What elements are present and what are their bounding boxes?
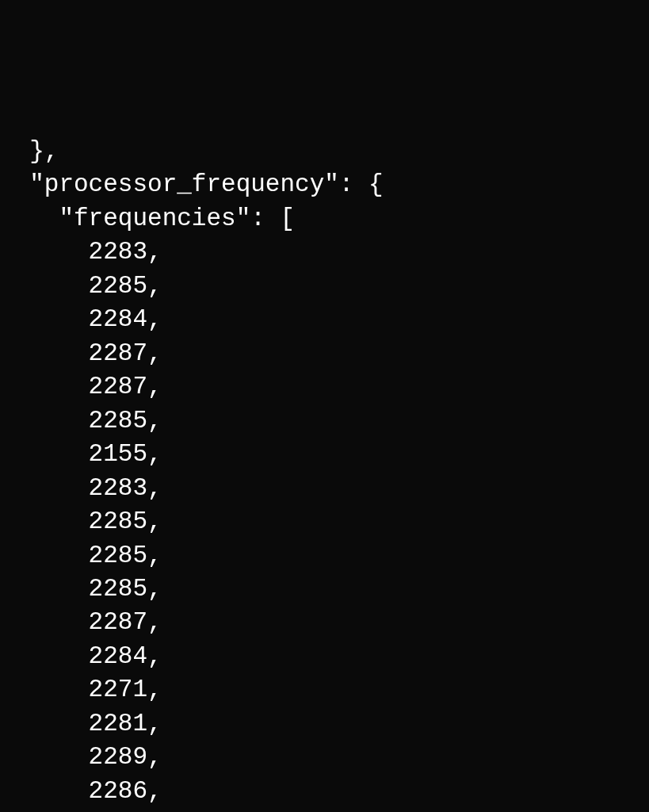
- code-line-key-frequencies: "frequencies": [: [0, 205, 295, 232]
- frequency-value-15: 2289,: [0, 743, 162, 771]
- frequency-value-3: 2287,: [0, 339, 162, 367]
- code-block: }, "processor_frequency": { "frequencies…: [0, 135, 649, 812]
- frequency-value-4: 2287,: [0, 373, 162, 400]
- frequency-value-16: 2286,: [0, 777, 162, 805]
- frequency-value-12: 2284,: [0, 642, 162, 670]
- frequency-value-5: 2285,: [0, 407, 162, 435]
- frequency-value-6: 2155,: [0, 440, 162, 468]
- frequency-value-2: 2284,: [0, 305, 162, 333]
- code-line-close-brace: },: [0, 137, 59, 165]
- frequency-value-1: 2285,: [0, 272, 162, 300]
- frequency-value-11: 2287,: [0, 608, 162, 636]
- frequency-value-0: 2283,: [0, 238, 162, 266]
- frequency-value-13: 2271,: [0, 676, 162, 703]
- frequency-value-7: 2283,: [0, 474, 162, 502]
- frequency-value-9: 2285,: [0, 542, 162, 569]
- frequency-value-8: 2285,: [0, 508, 162, 535]
- frequency-value-14: 2281,: [0, 710, 162, 737]
- code-line-key-processor-frequency: "processor_frequency": {: [0, 170, 384, 198]
- frequency-value-10: 2285,: [0, 575, 162, 603]
